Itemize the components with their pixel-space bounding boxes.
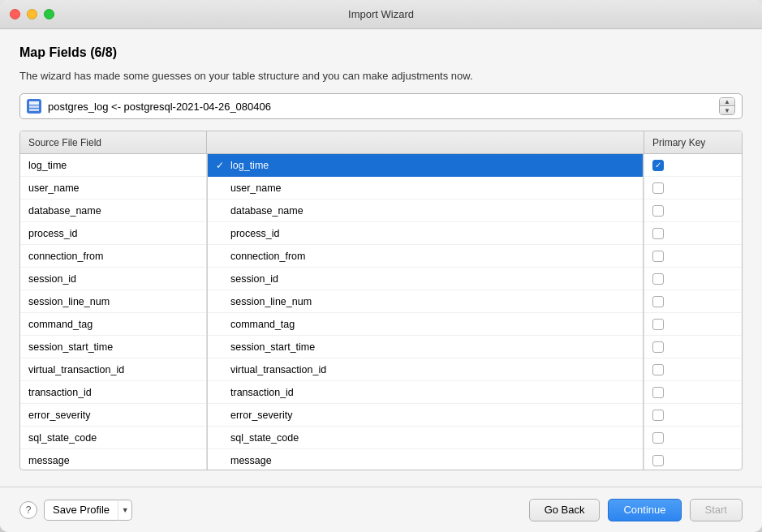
pk-checkbox[interactable]	[652, 160, 664, 171]
list-item: session_start_time	[20, 336, 206, 358]
dropdown-item[interactable]: user_name	[208, 177, 643, 200]
table-selector-text: postgres_log <- postgresql-2021-04-26_08…	[48, 101, 719, 113]
pk-checkbox[interactable]	[652, 228, 664, 239]
dropdown-item[interactable]: connection_from	[208, 245, 643, 268]
window-title: Import Wizard	[348, 8, 414, 20]
dropdown-item[interactable]: session_id	[208, 268, 643, 290]
list-item: connection_from	[20, 245, 206, 268]
save-profile-dropdown-arrow[interactable]: ▼	[118, 500, 132, 521]
list-item: command_tag	[20, 313, 206, 336]
dropdown-item[interactable]: database_name	[208, 200, 643, 222]
pk-item	[644, 222, 742, 245]
chevron-down-icon: ▼	[122, 506, 129, 514]
list-item: message	[20, 449, 206, 470]
dropdown-item[interactable]: transaction_id	[208, 381, 643, 404]
pk-checkbox[interactable]	[652, 251, 664, 262]
dropdown-item[interactable]: error_severity	[208, 404, 643, 427]
main-content: Map Fields (6/8) The wizard has made som…	[0, 29, 762, 487]
continue-button[interactable]: Continue	[608, 499, 681, 521]
col-header-source: Source File Field	[20, 131, 207, 153]
pk-item	[644, 358, 742, 381]
save-profile-group: Save Profile ▼	[44, 500, 132, 521]
page-title: Map Fields (6/8)	[19, 45, 743, 60]
titlebar: Import Wizard	[0, 0, 762, 29]
pk-checkbox[interactable]	[652, 319, 664, 330]
pk-checkbox[interactable]	[652, 364, 664, 375]
pk-item	[644, 427, 742, 449]
close-button[interactable]	[10, 9, 20, 19]
dropdown-item[interactable]: sql_state_code	[208, 427, 643, 449]
list-item: user_name	[20, 177, 206, 200]
go-back-button[interactable]: Go Back	[529, 499, 601, 521]
dropdown-item[interactable]: session_start_time	[208, 336, 643, 358]
table-body: log_time user_name database_name process…	[20, 154, 742, 470]
col-header-pk: Primary Key	[644, 131, 742, 153]
dropdown-stepper[interactable]: ▲ ▼	[719, 97, 735, 115]
stepper-up-icon[interactable]: ▲	[720, 98, 734, 106]
field-mapping-dropdown[interactable]: log_time user_name database_name process…	[207, 154, 644, 470]
list-item: error_severity	[20, 404, 206, 427]
footer-left: ? Save Profile ▼	[19, 500, 132, 521]
mapping-column: log_time user_name database_name process…	[207, 154, 644, 470]
pk-checkbox[interactable]	[652, 182, 664, 194]
footer-right: Go Back Continue Start	[529, 499, 743, 521]
list-item: process_id	[20, 222, 206, 245]
pk-checkbox[interactable]	[652, 387, 664, 398]
dropdown-item[interactable]: session_line_num	[208, 290, 643, 313]
pk-item	[644, 404, 742, 427]
pk-checkbox[interactable]	[652, 205, 664, 217]
pk-checkbox[interactable]	[652, 296, 664, 307]
pk-item	[644, 268, 742, 290]
field-mapping-table: Source File Field Primary Key log_time u…	[19, 131, 743, 470]
dropdown-item[interactable]: virtual_transaction_id	[208, 358, 643, 381]
pk-item	[644, 177, 742, 200]
description: The wizard has made some guesses on your…	[19, 70, 743, 82]
list-item: log_time	[20, 154, 206, 177]
save-profile-button[interactable]: Save Profile	[44, 500, 118, 521]
list-item: database_name	[20, 200, 206, 222]
pk-item	[644, 245, 742, 268]
pk-item	[644, 313, 742, 336]
start-button[interactable]: Start	[690, 499, 743, 521]
table-selector-dropdown[interactable]: postgres_log <- postgresql-2021-04-26_08…	[19, 93, 743, 119]
list-item: session_line_num	[20, 290, 206, 313]
help-button[interactable]: ?	[19, 501, 37, 519]
pk-checkbox[interactable]	[652, 410, 664, 421]
pk-item	[644, 154, 742, 177]
dropdown-selected-item[interactable]: log_time	[208, 154, 643, 177]
dropdown-item[interactable]: process_id	[208, 222, 643, 245]
source-column: log_time user_name database_name process…	[20, 154, 207, 470]
pk-item	[644, 200, 742, 222]
svg-rect-1	[29, 105, 39, 108]
traffic-lights	[10, 9, 54, 19]
list-item: virtual_transaction_id	[20, 358, 206, 381]
pk-checkbox[interactable]	[652, 273, 664, 285]
stepper-down-icon[interactable]: ▼	[720, 106, 734, 114]
pk-item	[644, 449, 742, 470]
pk-checkbox[interactable]	[652, 341, 664, 353]
list-item: session_id	[20, 268, 206, 290]
table-icon	[27, 99, 41, 114]
pk-checkbox[interactable]	[652, 455, 664, 466]
pk-item	[644, 336, 742, 358]
maximize-button[interactable]	[44, 9, 54, 19]
window: Import Wizard Map Fields (6/8) The wizar…	[0, 0, 762, 532]
dropdown-item[interactable]: command_tag	[208, 313, 643, 336]
footer: ? Save Profile ▼ Go Back Continue Start	[0, 487, 762, 532]
pk-item	[644, 381, 742, 404]
pk-column	[644, 154, 742, 470]
svg-rect-2	[29, 109, 39, 111]
svg-rect-0	[29, 101, 39, 105]
pk-item	[644, 290, 742, 313]
dropdown-item[interactable]: message	[208, 449, 643, 470]
col-header-mapping	[207, 131, 644, 153]
list-item: sql_state_code	[20, 427, 206, 449]
list-item: transaction_id	[20, 381, 206, 404]
table-header: Source File Field Primary Key	[20, 131, 742, 154]
minimize-button[interactable]	[27, 9, 37, 19]
pk-checkbox[interactable]	[652, 432, 664, 444]
